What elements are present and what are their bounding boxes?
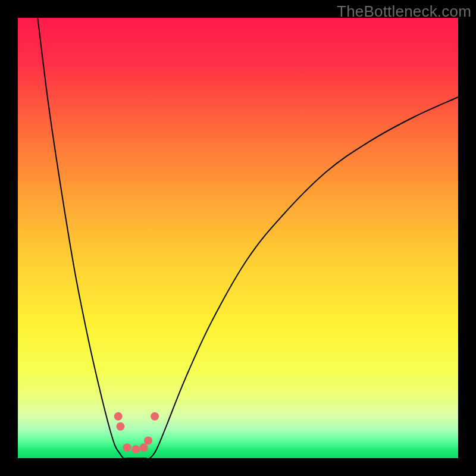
basin-marker xyxy=(144,436,152,444)
basin-marker xyxy=(116,422,124,431)
plot-curves xyxy=(18,18,458,458)
basin-marker xyxy=(114,412,123,421)
watermark-text: TheBottleneck.com xyxy=(337,2,471,21)
basin-marker xyxy=(140,443,148,452)
basin-marker xyxy=(123,443,131,452)
bottleneck-curve xyxy=(37,18,458,459)
plot-frame xyxy=(18,18,458,458)
basin-marker xyxy=(151,412,159,421)
basin-marker xyxy=(131,445,140,453)
